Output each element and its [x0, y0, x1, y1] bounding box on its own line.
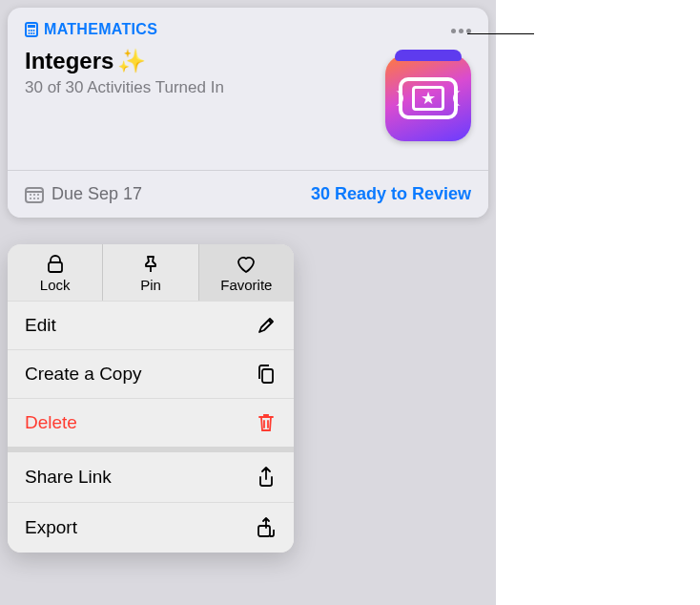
context-menu: Lock Pin Favorite Edit	[8, 244, 294, 553]
menu-favorite-label: Favorite	[220, 277, 272, 293]
app-icon: ★	[385, 55, 471, 141]
svg-point-2	[29, 30, 31, 31]
menu-edit[interactable]: Edit	[8, 301, 294, 349]
calendar-icon	[25, 186, 44, 203]
menu-export-label: Export	[25, 517, 77, 538]
menu-copy-label: Create a Copy	[25, 364, 142, 385]
svg-rect-17	[262, 369, 273, 383]
svg-point-3	[31, 30, 32, 31]
callout-line	[467, 33, 534, 34]
menu-share-label: Share Link	[25, 467, 112, 488]
menu-share-link[interactable]: Share Link	[8, 447, 294, 502]
svg-rect-18	[258, 526, 270, 536]
card-body: MATHEMATICS Integers ✨ 30 of 30 Activiti…	[8, 8, 488, 170]
svg-point-6	[31, 32, 32, 34]
menu-pin[interactable]: Pin	[103, 244, 198, 301]
menu-pin-label: Pin	[140, 277, 161, 293]
title-text: Integers	[25, 48, 113, 74]
menu-delete[interactable]: Delete	[8, 398, 294, 447]
menu-favorite[interactable]: Favorite	[199, 244, 294, 301]
sparkles-icon: ✨	[117, 48, 146, 74]
menu-list: Edit Create a Copy Delete Share Link	[8, 301, 294, 553]
svg-rect-1	[28, 25, 35, 28]
heart-icon	[236, 254, 257, 275]
svg-rect-16	[49, 262, 62, 272]
due-label: Due Sep 17	[51, 184, 142, 204]
svg-point-4	[33, 30, 35, 31]
menu-lock-label: Lock	[40, 277, 71, 293]
card-footer: Due Sep 17 30 Ready to Review	[8, 170, 488, 218]
trash-icon	[256, 412, 277, 433]
assignment-card[interactable]: MATHEMATICS Integers ✨ 30 of 30 Activiti…	[8, 8, 488, 218]
svg-point-5	[29, 32, 31, 34]
lock-icon	[47, 254, 64, 275]
svg-point-7	[33, 32, 35, 34]
calculator-icon	[25, 22, 38, 37]
menu-edit-label: Edit	[25, 315, 56, 336]
pencil-icon	[256, 316, 277, 335]
due-date: Due Sep 17	[25, 184, 142, 204]
menu-lock[interactable]: Lock	[8, 244, 103, 301]
more-button[interactable]	[446, 21, 475, 40]
export-icon	[256, 516, 277, 539]
menu-delete-label: Delete	[25, 412, 77, 433]
menu-top-row: Lock Pin Favorite	[8, 244, 294, 301]
pin-icon	[142, 254, 159, 275]
subject-label: MATHEMATICS	[44, 21, 157, 38]
share-icon	[256, 466, 277, 489]
menu-create-copy[interactable]: Create a Copy	[8, 349, 294, 398]
ready-to-review-link[interactable]: 30 Ready to Review	[311, 184, 471, 204]
ticket-icon: ★	[399, 77, 458, 119]
subject-row: MATHEMATICS	[25, 21, 471, 38]
copy-icon	[256, 364, 277, 385]
menu-export[interactable]: Export	[8, 502, 294, 553]
content-panel: MATHEMATICS Integers ✨ 30 of 30 Activiti…	[0, 0, 496, 605]
